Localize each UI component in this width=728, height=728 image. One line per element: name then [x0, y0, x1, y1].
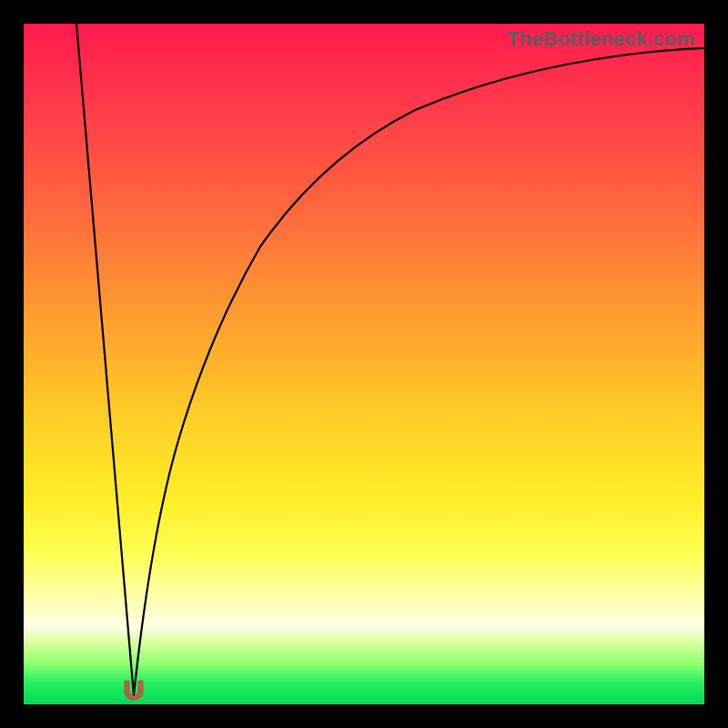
curve-left-branch: [76, 24, 134, 695]
curve-right-branch: [134, 48, 704, 695]
chart-plot-area: TheBottleneck.com: [24, 24, 704, 704]
bottleneck-curve: [24, 24, 704, 704]
